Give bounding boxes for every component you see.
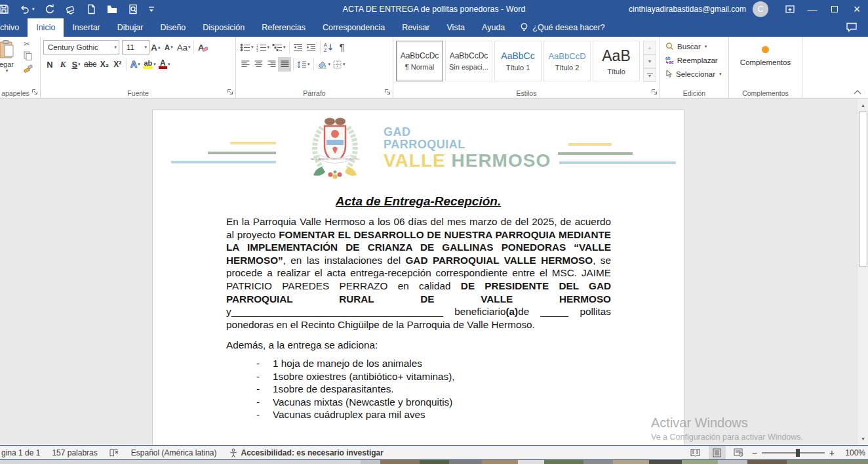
tab-revisar[interactable]: Revisar: [393, 18, 438, 37]
increase-indent-button[interactable]: [305, 40, 318, 54]
new-document-icon[interactable]: [86, 4, 96, 14]
tab-insertar[interactable]: Insertar: [64, 18, 108, 37]
borders-button[interactable]: ▾: [332, 57, 347, 72]
justify-button[interactable]: [278, 57, 291, 72]
page-indicator[interactable]: gina 1 de 1: [0, 446, 46, 459]
italic-button[interactable]: K: [56, 57, 69, 72]
format-painter-icon[interactable]: [24, 64, 33, 74]
proofing-errors-icon[interactable]: [104, 446, 125, 459]
style-sin-espaciado[interactable]: AaBbCcDc Sin espaci...: [445, 41, 492, 81]
line-spacing-button[interactable]: ▾: [296, 57, 311, 72]
styles-scroll-down-icon[interactable]: ▼: [643, 54, 656, 68]
tab-disposicion[interactable]: Disposición: [194, 18, 253, 37]
dialog-launcher-icon[interactable]: [227, 89, 233, 96]
eraser-icon[interactable]: [65, 4, 76, 14]
dialog-launcher-icon[interactable]: [31, 89, 38, 96]
copy-icon[interactable]: [24, 51, 33, 62]
decrease-indent-button[interactable]: [292, 40, 305, 54]
minimize-button[interactable]: —: [801, 0, 823, 18]
show-paragraph-marks-button[interactable]: ¶: [336, 40, 349, 54]
find-button[interactable]: Buscar ▾: [665, 39, 726, 53]
zoom-level[interactable]: 100%: [839, 448, 865, 457]
cut-icon[interactable]: ✂: [24, 39, 33, 49]
grow-font-button[interactable]: A▲: [149, 40, 163, 54]
bullets-button[interactable]: ▾: [239, 40, 255, 54]
bold-button[interactable]: N: [43, 57, 56, 72]
subscript-button[interactable]: X₂: [98, 57, 111, 72]
zoom-in-button[interactable]: +: [829, 448, 835, 458]
scroll-up-icon[interactable]: ▲: [858, 100, 868, 110]
tab-ayuda[interactable]: Ayuda: [473, 18, 513, 37]
align-center-button[interactable]: [252, 57, 265, 72]
qat-customize-icon[interactable]: [148, 5, 155, 13]
zoom-slider-thumb[interactable]: [796, 449, 800, 457]
select-caret-icon: ▾: [719, 72, 722, 77]
align-right-button[interactable]: [265, 57, 278, 72]
select-button[interactable]: Seleccionar ▾: [665, 67, 726, 81]
account-email[interactable]: cinthiayadirabastidas@gmail.com: [629, 5, 746, 14]
paste-caret-icon[interactable]: ▾: [0, 68, 21, 74]
tab-archivo[interactable]: chivo: [0, 18, 28, 37]
styles-more-icon[interactable]: ▼: [643, 68, 656, 82]
clear-formatting-button[interactable]: A: [196, 40, 209, 54]
avatar[interactable]: C: [753, 1, 768, 17]
sort-button[interactable]: AZ: [323, 40, 336, 54]
lightbulb-icon: [520, 22, 528, 33]
open-folder-icon[interactable]: [106, 4, 118, 14]
shrink-font-button[interactable]: A▼: [163, 40, 176, 54]
superscript-button[interactable]: X²: [111, 57, 124, 72]
close-button[interactable]: ×: [846, 0, 868, 18]
underline-button[interactable]: S▾: [69, 57, 83, 72]
read-mode-icon[interactable]: [687, 446, 704, 459]
zoom-slider[interactable]: [762, 452, 825, 453]
strikethrough-button[interactable]: abc: [83, 57, 98, 72]
web-layout-icon[interactable]: [730, 446, 747, 459]
ribbon-display-options-icon[interactable]: [779, 0, 801, 18]
tab-dibujar[interactable]: Dibujar: [109, 18, 152, 37]
tab-correspondencia[interactable]: Correspondencia: [314, 18, 393, 37]
language-indicator[interactable]: Español (América latina): [125, 446, 223, 459]
accessibility-status[interactable]: Accesibilidad: es necesario investigar: [223, 446, 389, 459]
scrollbar-thumb[interactable]: [859, 112, 867, 266]
tell-me-box[interactable]: ¿Qué desea hacer?: [513, 18, 612, 37]
word-count[interactable]: 157 palabras: [46, 446, 103, 459]
zoom-out-button[interactable]: −: [752, 448, 757, 458]
style-titulo[interactable]: AaB Título: [593, 41, 640, 81]
undo-icon[interactable]: ▾: [19, 4, 35, 14]
font-size-combo[interactable]: 11 ▾: [122, 40, 149, 54]
print-preview-icon[interactable]: [128, 4, 138, 14]
style-normal[interactable]: AaBbCcDc ¶ Normal: [396, 41, 443, 81]
dialog-launcher-icon[interactable]: [651, 89, 658, 96]
save-icon[interactable]: [0, 4, 9, 14]
logo-image[interactable]: VALLE HERMOSO TURISTICO Y PRODUCTIVO GAD…: [153, 114, 684, 192]
vertical-scrollbar[interactable]: ▲ ▼: [857, 98, 868, 445]
tab-referencias[interactable]: Referencias: [253, 18, 314, 37]
multilevel-list-button[interactable]: ▾: [271, 40, 287, 54]
redo-icon[interactable]: [45, 4, 55, 14]
dialog-launcher-icon[interactable]: [384, 89, 391, 96]
document-page[interactable]: VALLE HERMOSO TURISTICO Y PRODUCTIVO GAD…: [152, 110, 684, 445]
numbering-button[interactable]: 123▾: [255, 40, 271, 54]
collapse-ribbon-icon[interactable]: [854, 88, 861, 96]
shading-button[interactable]: ▾: [316, 57, 332, 72]
undo-caret-icon[interactable]: ▾: [32, 7, 35, 12]
paste-button[interactable]: egar ▾: [0, 39, 21, 74]
tab-vista[interactable]: Vista: [439, 18, 474, 37]
text-effects-button[interactable]: A▾: [128, 57, 142, 72]
comments-icon[interactable]: [846, 22, 858, 34]
tab-diseno[interactable]: Diseño: [151, 18, 194, 37]
complementos-button[interactable]: Complementos: [732, 39, 799, 66]
tab-inicio[interactable]: Inicio: [28, 18, 64, 37]
align-left-button[interactable]: [239, 57, 252, 72]
font-name-combo[interactable]: Century Gothic ▾: [43, 40, 119, 54]
style-titulo-1[interactable]: AaBbCc Título 1: [494, 41, 542, 81]
scroll-down-icon[interactable]: ▼: [858, 433, 868, 444]
style-titulo-2[interactable]: AaBbCcD Título 2: [543, 41, 591, 81]
font-color-button[interactable]: A ▾: [157, 57, 172, 72]
change-case-button[interactable]: Aa▾: [176, 40, 191, 54]
styles-scroll-up-icon[interactable]: ▲: [643, 41, 656, 54]
print-layout-icon[interactable]: [709, 446, 726, 459]
maximize-button[interactable]: [823, 0, 846, 18]
highlight-button[interactable]: ab ▾: [142, 57, 157, 72]
replace-button[interactable]: ab↳ac Reemplazar: [665, 53, 726, 67]
